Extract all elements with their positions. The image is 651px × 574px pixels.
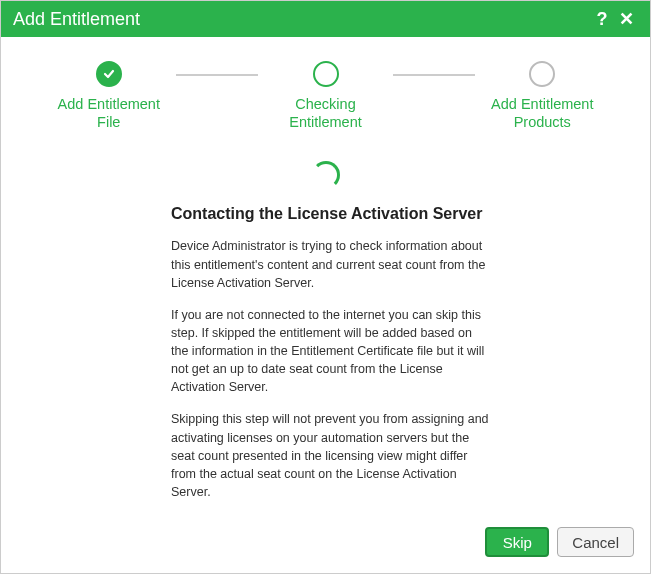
paragraph: Device Administrator is trying to check … xyxy=(171,237,491,291)
step-connector xyxy=(176,74,257,76)
step-pending-icon xyxy=(529,61,555,87)
content-area: Contacting the License Activation Server… xyxy=(1,141,650,515)
step-checking: CheckingEntitlement xyxy=(258,61,393,131)
wizard-steps: Add EntitlementFile CheckingEntitlement … xyxy=(1,37,650,141)
add-entitlement-dialog: Add Entitlement ? ✕ Add EntitlementFile … xyxy=(0,0,651,574)
step-add-products: Add EntitlementProducts xyxy=(475,61,610,131)
step-connector xyxy=(393,74,474,76)
dialog-footer: Skip Cancel xyxy=(1,515,650,573)
step-add-file: Add EntitlementFile xyxy=(41,61,176,131)
paragraph: If you are not connected to the internet… xyxy=(171,306,491,397)
content-body: Device Administrator is trying to check … xyxy=(171,237,491,515)
step-completed-icon xyxy=(96,61,122,87)
cancel-button[interactable]: Cancel xyxy=(557,527,634,557)
paragraph: Skipping this step will not prevent you … xyxy=(171,410,491,501)
step-label: CheckingEntitlement xyxy=(289,95,362,131)
titlebar: Add Entitlement ? ✕ xyxy=(1,1,650,37)
content-heading: Contacting the License Activation Server xyxy=(171,205,482,223)
dialog-title: Add Entitlement xyxy=(13,9,590,30)
help-icon[interactable]: ? xyxy=(590,9,614,30)
spinner-icon xyxy=(312,161,340,189)
skip-button[interactable]: Skip xyxy=(485,527,549,557)
step-label: Add EntitlementProducts xyxy=(491,95,593,131)
close-icon[interactable]: ✕ xyxy=(614,8,638,30)
step-label: Add EntitlementFile xyxy=(58,95,160,131)
step-current-icon xyxy=(313,61,339,87)
